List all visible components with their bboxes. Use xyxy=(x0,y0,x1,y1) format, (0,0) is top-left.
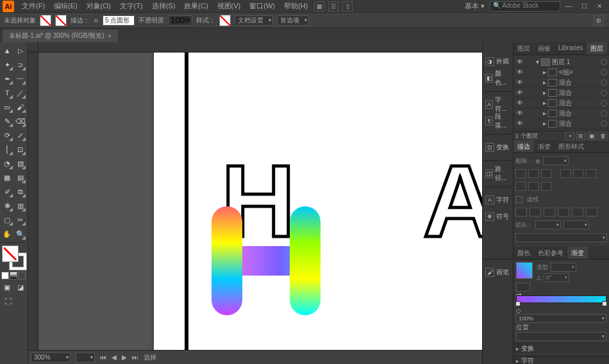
eye-icon[interactable]: 👁 xyxy=(515,68,524,77)
trash-icon[interactable]: 🗑 xyxy=(598,131,607,140)
tab-gradient-a[interactable]: 渐变 xyxy=(534,140,555,153)
dock-pathfinder[interactable]: ◫路径... xyxy=(484,167,512,180)
target-icon[interactable] xyxy=(601,69,607,76)
layer-row[interactable]: 👁▸混合 xyxy=(515,119,607,129)
align-stroke-outside-icon[interactable] xyxy=(541,182,551,191)
character-panel-header[interactable]: ▸字符 xyxy=(513,356,609,364)
tool-width[interactable]: ⎮ xyxy=(1,143,13,156)
screen-mode[interactable]: ⛶ xyxy=(1,295,14,308)
tool-column-graph[interactable]: ▥ xyxy=(15,199,27,212)
tool-free-transform[interactable]: ⊡ xyxy=(15,143,27,156)
menu-edit[interactable]: 编辑(E) xyxy=(50,0,81,12)
tool-curvature[interactable]: 〰 xyxy=(15,72,27,85)
tab-stroke[interactable]: 描边 xyxy=(513,140,534,153)
dock-character[interactable]: A字符... xyxy=(484,98,512,111)
dock-paragraph[interactable]: ¶段落... xyxy=(484,115,512,128)
tool-eraser[interactable]: ⌫ xyxy=(15,115,27,128)
opacity-input[interactable] xyxy=(168,15,192,26)
eye-icon[interactable]: 👁 xyxy=(515,119,524,128)
draw-mode-behind[interactable]: ◪ xyxy=(15,281,27,294)
new-layer-icon[interactable]: ▣ xyxy=(587,131,596,140)
graphic-style-swatch[interactable] xyxy=(219,15,231,26)
menu-help[interactable]: 帮助(H) xyxy=(280,0,312,12)
stroke-profile-input[interactable] xyxy=(103,15,135,26)
layout-icon-1[interactable]: ▦ xyxy=(314,1,324,12)
tool-lasso[interactable]: ⊃ xyxy=(15,58,27,71)
doc-setup-button[interactable]: 文档设置 xyxy=(235,15,273,26)
dock-transform[interactable]: ⊡变换 xyxy=(484,141,512,154)
tab-libraries[interactable]: Libraries xyxy=(555,42,587,54)
align-stroke-inside-icon[interactable] xyxy=(528,182,538,191)
corner-bevel-icon[interactable] xyxy=(586,169,596,178)
eye-icon[interactable]: 👁 xyxy=(515,78,524,87)
stop-opacity[interactable]: 100% xyxy=(516,314,606,323)
tab-gradient[interactable]: 渐变 xyxy=(567,247,588,259)
target-icon[interactable] xyxy=(601,90,607,96)
menu-view[interactable]: 视图(V) xyxy=(213,0,245,12)
color-mode-gradient[interactable] xyxy=(10,272,17,279)
tool-paintbrush[interactable]: 🖌 xyxy=(15,101,27,113)
menu-select[interactable]: 选择(S) xyxy=(148,0,179,12)
arrow-start[interactable] xyxy=(535,220,561,229)
menu-effect[interactable]: 效果(C) xyxy=(180,0,212,12)
dashed-line-checkbox[interactable] xyxy=(515,196,522,203)
draw-mode-normal[interactable]: ▣ xyxy=(1,281,13,294)
tool-pen[interactable]: ✒ xyxy=(1,72,13,85)
gradient-slider[interactable] xyxy=(516,295,606,303)
artwork-gradient-h[interactable] xyxy=(212,206,321,315)
target-icon[interactable] xyxy=(601,79,607,86)
artwork-outline-a[interactable]: A xyxy=(423,142,482,260)
dock-color[interactable]: ◧颜色... xyxy=(484,72,512,85)
target-icon[interactable] xyxy=(601,100,607,106)
cap-round-icon[interactable] xyxy=(528,169,538,178)
fill-color-box[interactable] xyxy=(2,245,19,262)
menu-window[interactable]: 窗口(W) xyxy=(246,0,279,12)
layout-icon-3[interactable]: ▯ xyxy=(342,1,353,12)
menu-file[interactable]: 文件(F) xyxy=(18,0,49,12)
layer-row[interactable]: 👁▸混合 xyxy=(515,108,607,119)
tool-hand[interactable]: ✋ xyxy=(1,228,13,240)
tool-mesh[interactable]: ▦ xyxy=(1,171,13,184)
layer-row[interactable]: 👁▸混合 xyxy=(515,78,607,88)
transform-panel-header[interactable]: ▸变换 xyxy=(513,343,609,353)
nav-next-icon[interactable]: ▶ xyxy=(122,354,127,361)
tab-artboards[interactable]: 画板 xyxy=(534,42,555,54)
color-mode-none[interactable] xyxy=(18,272,26,279)
dock-appearance[interactable]: ◑外观 xyxy=(484,55,512,68)
tool-line[interactable]: ／ xyxy=(15,87,27,99)
tool-zoom[interactable]: 🔍 xyxy=(15,228,27,240)
menu-object[interactable]: 对象(O) xyxy=(83,0,115,12)
ruler-horizontal[interactable] xyxy=(38,42,482,53)
menu-type[interactable]: 文字(T) xyxy=(116,0,147,12)
gradient-swatch[interactable] xyxy=(516,262,533,279)
target-icon[interactable] xyxy=(601,120,607,127)
arrow-end[interactable] xyxy=(563,220,589,229)
ruler-vertical[interactable] xyxy=(28,53,38,350)
tool-gradient[interactable]: ▤ xyxy=(15,171,27,184)
workspace-switcher[interactable]: 基本 ▾ xyxy=(461,0,488,12)
nav-last-icon[interactable]: ⏭ xyxy=(132,354,138,361)
tool-scale[interactable]: ⤢ xyxy=(15,129,27,142)
align-stroke-center-icon[interactable] xyxy=(515,182,526,191)
tool-magic-wand[interactable]: ✦ xyxy=(1,58,13,71)
eye-icon[interactable]: 👁 xyxy=(515,58,524,67)
stop-location[interactable] xyxy=(516,332,606,341)
nav-prev-icon[interactable]: ◀ xyxy=(112,354,117,361)
tool-direct-select[interactable]: ▷ xyxy=(15,44,27,57)
tab-layers-2[interactable]: 图层 xyxy=(587,42,607,54)
corner-round-icon[interactable] xyxy=(573,169,583,178)
cap-square-icon[interactable] xyxy=(541,169,551,178)
eye-icon[interactable]: 👁 xyxy=(515,99,524,108)
tool-type[interactable]: T xyxy=(1,87,13,99)
gradient-type-dropdown[interactable] xyxy=(551,263,576,272)
dock-brushes[interactable]: 🖌画笔 xyxy=(484,266,512,279)
search-stock-input[interactable]: 🔍 Adobe Stock xyxy=(490,1,560,12)
color-mode-solid[interactable] xyxy=(1,272,9,279)
stroke-swatch[interactable] xyxy=(55,15,67,26)
layer-row[interactable]: 👁▾图层 1 xyxy=(515,57,607,67)
nav-first-icon[interactable]: ⏮ xyxy=(100,354,106,361)
zoom-dropdown[interactable]: 300% xyxy=(31,352,71,363)
tab-color-guide[interactable]: 色彩参考 xyxy=(534,247,567,259)
tool-perspective[interactable]: ▧ xyxy=(15,157,27,170)
tool-eyedropper[interactable]: ✐ xyxy=(1,185,13,198)
